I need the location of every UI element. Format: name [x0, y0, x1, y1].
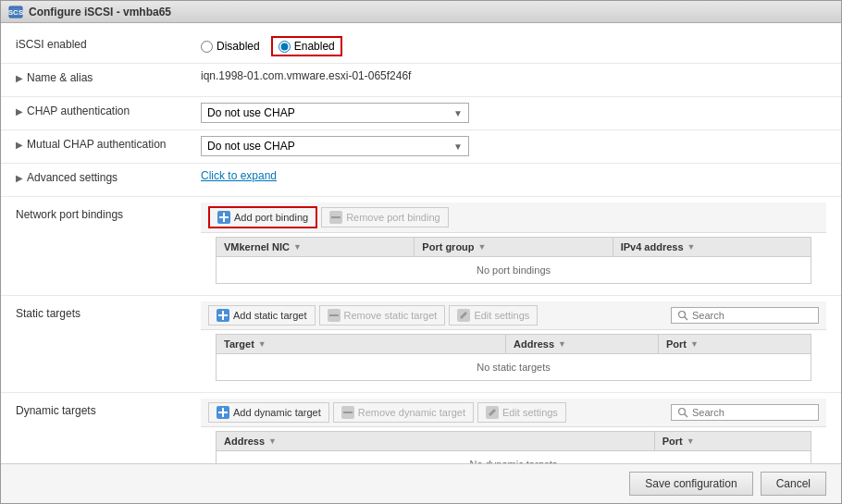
edit-static-settings-button[interactable]: Edit settings: [449, 305, 538, 326]
add-port-binding-icon: [217, 211, 230, 224]
name-alias-expand-arrow[interactable]: ▶: [16, 73, 23, 83]
enabled-option[interactable]: Enabled: [279, 40, 335, 53]
window-title: Configure iSCSI - vmhba65: [29, 6, 171, 18]
iscsi-enabled-field: Disabled Enabled: [201, 36, 826, 56]
dynamic-targets-grid: Address ▼ Port ▼ No dynamic targets: [216, 431, 811, 463]
no-port-bindings: No port bindings: [217, 257, 811, 283]
edit-static-icon: [457, 309, 470, 322]
dynamic-targets-row: Dynamic targets Add dynamic target: [1, 393, 841, 463]
remove-static-target-button[interactable]: Remove static target: [319, 305, 446, 326]
svg-line-22: [685, 414, 688, 418]
dynamic-search-icon: [677, 407, 688, 418]
advanced-expand-arrow[interactable]: ▶: [16, 173, 23, 183]
svg-point-13: [679, 312, 686, 318]
port-bindings-grid: VMkernel NIC ▼ Port group ▼ IPv4 address…: [216, 237, 811, 284]
svg-text:iSCSI: iSCSI: [8, 8, 23, 17]
dynamic-targets-search-box: [671, 404, 819, 421]
svg-rect-17: [222, 408, 224, 417]
dynamic-targets-content: Add dynamic target Remove dynamic target: [201, 399, 826, 463]
network-port-bindings-label: Network port bindings: [16, 203, 201, 221]
disabled-label: Disabled: [217, 40, 260, 53]
chap-auth-field: Do not use CHAP ▼: [201, 103, 826, 123]
svg-point-21: [679, 409, 686, 415]
ipv4-address-col: IPv4 address ▼: [613, 238, 811, 256]
remove-static-target-icon: [328, 309, 341, 322]
no-dynamic-targets: No dynamic targets: [217, 451, 811, 463]
advanced-settings-label: ▶ Advanced settings: [16, 169, 201, 184]
iscsi-enabled-label: iSCSI enabled: [16, 36, 201, 51]
add-port-binding-button[interactable]: Add port binding: [208, 206, 317, 228]
iscsi-radio-group: Disabled Enabled: [201, 36, 342, 56]
port-col: Port ▼: [659, 335, 811, 353]
enabled-label: Enabled: [294, 40, 335, 53]
vmkernel-nic-col: VMkernel NIC ▼: [217, 238, 415, 256]
add-static-target-icon: [217, 309, 229, 322]
dyn-port-col: Port ▼: [655, 432, 811, 450]
remove-dynamic-target-icon: [341, 406, 354, 419]
static-targets-search-box: [671, 307, 819, 324]
static-targets-toolbar-area: Add static target Remove static target: [208, 305, 819, 326]
no-static-targets: No static targets: [217, 354, 811, 380]
save-configuration-button[interactable]: Save configuration: [629, 472, 752, 496]
network-port-bindings-content: Add port binding Remove port binding: [201, 203, 826, 288]
name-alias-value: iqn.1998-01.com.vmware.esxi-01-065f246f: [201, 69, 826, 82]
iscsi-title-icon: iSCSI: [8, 5, 23, 19]
static-targets-content: Add static target Remove static target: [201, 301, 826, 385]
mutual-chap-label: ▶ Mutual CHAP authentication: [16, 136, 201, 151]
port-group-col: Port group ▼: [415, 238, 613, 256]
advanced-settings-row: ▶ Advanced settings Click to expand: [1, 164, 841, 197]
click-to-expand[interactable]: Click to expand: [201, 169, 277, 182]
chap-auth-expand-arrow[interactable]: ▶: [16, 106, 23, 117]
name-alias-text: iqn.1998-01.com.vmware.esxi-01-065f246f: [201, 69, 411, 82]
svg-rect-9: [222, 311, 224, 320]
dynamic-targets-toolbar-area: Add dynamic target Remove dynamic target: [208, 402, 819, 423]
svg-rect-19: [343, 412, 353, 413]
chap-auth-dropdown-arrow: ▼: [453, 108, 463, 118]
iscsi-enabled-row: iSCSI enabled Disabled Enabled: [1, 31, 841, 64]
disabled-radio[interactable]: [201, 41, 213, 53]
static-targets-label: Static targets: [16, 301, 201, 320]
cancel-button[interactable]: Cancel: [761, 472, 826, 496]
edit-dynamic-settings-button[interactable]: Edit settings: [477, 402, 566, 423]
dyn-address-col: Address ▼: [217, 432, 655, 450]
svg-rect-6: [331, 216, 341, 218]
svg-rect-4: [223, 213, 225, 222]
enabled-option-highlight: Enabled: [271, 36, 342, 56]
mutual-chap-expand-arrow[interactable]: ▶: [16, 140, 23, 150]
svg-line-14: [685, 317, 688, 321]
chap-auth-dropdown[interactable]: Do not use CHAP ▼: [201, 103, 469, 123]
form-content: iSCSI enabled Disabled Enabled: [1, 23, 841, 463]
chap-auth-label: ▶ CHAP authentication: [16, 103, 201, 117]
mutual-chap-field: Do not use CHAP ▼: [201, 136, 826, 156]
dynamic-targets-header: Address ▼ Port ▼: [217, 432, 811, 451]
edit-dynamic-icon: [486, 406, 499, 419]
disabled-option[interactable]: Disabled: [201, 40, 260, 53]
static-targets-grid: Target ▼ Address ▼ Port ▼ No static targ…: [216, 334, 811, 381]
chap-auth-value: Do not use CHAP: [207, 106, 295, 119]
mutual-chap-dropdown-arrow: ▼: [453, 141, 463, 152]
dynamic-targets-search-input[interactable]: [692, 407, 803, 418]
mutual-chap-dropdown[interactable]: Do not use CHAP ▼: [201, 136, 469, 156]
footer: Save configuration Cancel: [1, 463, 841, 503]
name-alias-row: ▶ Name & alias iqn.1998-01.com.vmware.es…: [1, 64, 841, 97]
chap-auth-row: ▶ CHAP authentication Do not use CHAP ▼: [1, 97, 841, 130]
static-targets-search-input[interactable]: [692, 310, 803, 321]
remove-port-binding-button[interactable]: Remove port binding: [321, 207, 449, 227]
port-binding-toolbar: Add port binding Remove port binding: [201, 203, 826, 233]
add-dynamic-target-button[interactable]: Add dynamic target: [208, 402, 329, 423]
target-col: Target ▼: [217, 335, 506, 353]
port-binding-toolbar-area: Add port binding Remove port binding: [208, 206, 819, 228]
network-port-bindings-row: Network port bindings Add port binding: [1, 197, 841, 296]
port-bindings-header: VMkernel NIC ▼ Port group ▼ IPv4 address…: [217, 238, 811, 257]
title-bar: iSCSI Configure iSCSI - vmhba65: [1, 1, 841, 23]
add-static-target-button[interactable]: Add static target: [208, 305, 316, 326]
static-targets-header: Target ▼ Address ▼ Port ▼: [217, 335, 811, 354]
mutual-chap-value: Do not use CHAP: [207, 140, 295, 153]
configure-iscsi-window: iSCSI Configure iSCSI - vmhba65 iSCSI en…: [0, 0, 842, 504]
remove-dynamic-target-button[interactable]: Remove dynamic target: [333, 402, 474, 423]
remove-port-binding-icon: [329, 211, 342, 224]
svg-rect-11: [329, 314, 339, 316]
enabled-radio[interactable]: [279, 41, 291, 53]
mutual-chap-row: ▶ Mutual CHAP authentication Do not use …: [1, 130, 841, 164]
advanced-settings-field: Click to expand: [201, 169, 826, 182]
